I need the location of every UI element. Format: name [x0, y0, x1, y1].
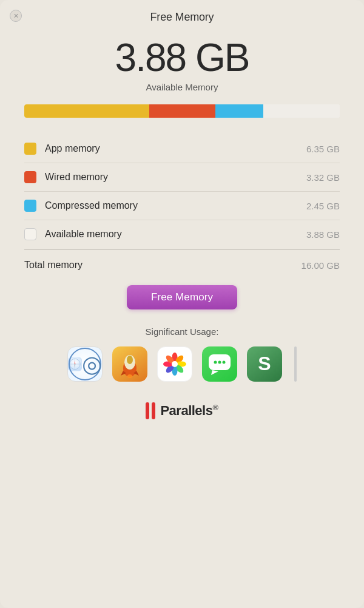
svg-marker-5	[75, 364, 76, 368]
photos-icon	[160, 350, 189, 379]
significant-usage-section: Significant Usage:	[0, 326, 364, 400]
messages-icon	[206, 351, 233, 377]
svg-point-25	[223, 361, 226, 364]
svg-marker-4	[75, 360, 76, 364]
window-title: Free Memory	[150, 11, 214, 24]
safari-icon	[68, 348, 82, 380]
row-value-avail: 3.88 GB	[306, 229, 340, 240]
memory-list: App memory 6.35 GB Wired memory 3.32 GB …	[24, 135, 340, 248]
svg-point-11	[127, 374, 132, 378]
close-icon: ✕	[13, 13, 19, 19]
close-button[interactable]: ✕	[10, 10, 22, 22]
list-divider	[24, 249, 340, 250]
memory-row-comp: Compressed memory 2.45 GB	[24, 192, 340, 220]
memory-bar	[24, 104, 340, 118]
app-icon-safari[interactable]	[67, 346, 103, 382]
row-value-wired: 3.32 GB	[306, 172, 340, 183]
app-icons-row: S	[67, 346, 297, 382]
row-value-app: 6.35 GB	[306, 144, 340, 154]
svg-text:S: S	[258, 353, 271, 374]
svg-point-8	[127, 356, 133, 364]
total-memory-row: Total memory 16.00 GB	[24, 251, 340, 279]
parallels-logo-bars	[146, 402, 155, 419]
swatch-wired	[24, 171, 36, 183]
rocket-icon	[116, 350, 144, 378]
bar-app-segment	[24, 104, 149, 118]
bar-comp-segment	[215, 104, 264, 118]
svg-point-20	[172, 361, 178, 367]
parallels-bar-2	[152, 402, 155, 419]
scroll-indicator	[294, 346, 297, 382]
total-memory-value: 16.00 GB	[302, 260, 340, 271]
row-value-comp: 2.45 GB	[306, 201, 340, 211]
main-window: ✕ Free Memory 3.88 GB Available Memory A…	[0, 0, 364, 608]
swatch-app	[24, 143, 36, 155]
parallels-bar-1	[146, 402, 149, 419]
bar-wired-segment	[149, 104, 215, 118]
parallels-brand-name: Parallels®	[160, 403, 218, 419]
svg-point-24	[218, 361, 221, 364]
memory-row-avail: Available memory 3.88 GB	[24, 220, 340, 248]
memory-row-wired: Wired memory 3.32 GB	[24, 163, 340, 192]
svg-rect-0	[68, 357, 82, 371]
row-label-avail: Available memory	[45, 229, 306, 240]
available-memory-value: 3.88 GB	[115, 38, 249, 77]
free-memory-button[interactable]: Free Memory	[127, 285, 237, 309]
bar-avail-segment	[263, 104, 340, 118]
memory-row-app: App memory 6.35 GB	[24, 135, 340, 163]
swatch-avail	[24, 228, 36, 240]
svg-point-23	[214, 361, 217, 364]
swatch-comp	[24, 200, 36, 212]
row-label-app: App memory	[45, 143, 306, 154]
app-icon-sketchbook[interactable]: S	[247, 346, 282, 382]
app-icon-messages[interactable]	[202, 346, 237, 382]
svg-point-1	[70, 359, 80, 369]
row-label-wired: Wired memory	[45, 172, 306, 183]
parallels-footer: Parallels®	[146, 402, 218, 419]
sketchbook-icon: S	[251, 351, 278, 377]
available-memory-label: Available Memory	[146, 82, 218, 92]
app-icon-photos[interactable]	[157, 346, 192, 382]
row-label-comp: Compressed memory	[45, 200, 306, 211]
total-memory-label: Total memory	[24, 260, 302, 271]
app-icon-rocket[interactable]	[112, 346, 147, 382]
significant-usage-title: Significant Usage:	[146, 326, 219, 337]
svg-marker-22	[211, 370, 218, 375]
